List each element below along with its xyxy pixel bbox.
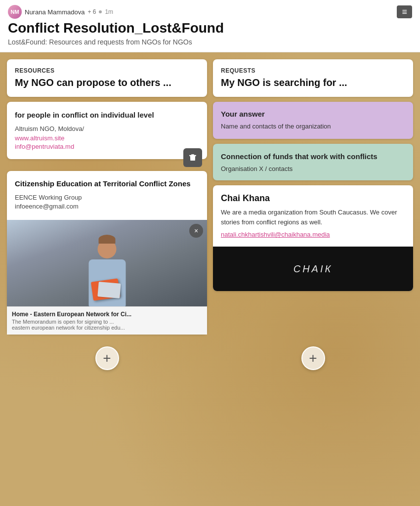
person-silhouette <box>88 240 126 306</box>
chai-card: Chai Khana We are a media organization f… <box>213 185 413 291</box>
header-meta: NM Nurana Mammadova + 6 1m ≡ <box>8 5 412 19</box>
conflict-description: for people in conflict on individual lev… <box>15 110 199 120</box>
citizenship-card-body: Citizenship Education at Territorial Con… <box>7 171 207 220</box>
citizenship-card: Citizenship Education at Territorial Con… <box>7 171 207 335</box>
page-subtitle: Lost&Found: Resources and requests from … <box>8 38 412 46</box>
funds-card: Connection of funds that work with confl… <box>213 144 413 181</box>
link-preview: Home - Eastern European Network for Ci..… <box>7 306 207 335</box>
close-icon: × <box>194 227 198 235</box>
link-preview-desc2: eastern european network for citizenship… <box>12 325 202 331</box>
svg-rect-2 <box>191 154 194 155</box>
conflict-org-name: Altruism NGO, Moldova/ <box>15 125 199 132</box>
answer-label: Your answer <box>221 110 405 118</box>
resources-title: My NGO can propose to others ... <box>15 76 199 89</box>
person-torso <box>88 259 126 306</box>
person-hair <box>99 235 116 244</box>
close-image-button[interactable]: × <box>189 224 203 238</box>
add-right-button[interactable]: + <box>301 346 325 370</box>
time-ago: 1m <box>105 8 113 15</box>
add-left-button[interactable]: + <box>95 346 119 370</box>
citizenship-image: × <box>7 220 207 306</box>
right-add-wrapper: + <box>213 346 413 370</box>
page-title: Conflict Resolution_Lost&Found <box>8 21 412 36</box>
requests-title: My NGO is searching for ... <box>221 76 405 89</box>
conflict-link1[interactable]: www.altruism.site <box>15 134 199 142</box>
left-column: RESOURCES My NGO can propose to others .… <box>7 59 207 335</box>
main-content: RESOURCES My NGO can propose to others .… <box>0 52 420 341</box>
conflict-link2[interactable]: info@pentruviata.md <box>15 143 199 150</box>
trash-icon <box>188 153 197 162</box>
chai-card-body: Chai Khana We are a media organization f… <box>213 185 413 247</box>
resources-label: RESOURCES <box>15 67 199 74</box>
plus-count: + 6 <box>87 8 96 15</box>
header: NM Nurana Mammadova + 6 1m ≡ Conflict Re… <box>0 0 420 52</box>
answer-card: Your answer Name and contacts of the org… <box>213 102 413 139</box>
funds-label: Connection of funds that work with confl… <box>221 152 405 162</box>
requests-card: REQUESTS My NGO is searching for ... <box>213 59 413 97</box>
author-name: Nurana Mammadova <box>25 8 84 16</box>
conflict-card: for people in conflict on individual lev… <box>7 102 207 159</box>
requests-label: REQUESTS <box>221 67 405 74</box>
citizenship-description: Citizenship Education at Territorial Con… <box>15 179 199 189</box>
answer-text: Name and contacts of the organization <box>221 122 405 131</box>
avatar: NM <box>8 5 22 19</box>
chai-link[interactable]: natali.chkhartishvili@chaikhana.media <box>221 231 330 238</box>
chai-label: Chai Khana <box>221 193 405 204</box>
resources-card: RESOURCES My NGO can propose to others .… <box>7 59 207 97</box>
right-column: REQUESTS My NGO is searching for ... You… <box>213 59 413 292</box>
chai-text: We are a media organization from South C… <box>221 208 405 227</box>
chai-logo-text: CHАІК <box>294 262 333 275</box>
link-preview-title: Home - Eastern European Network for Ci..… <box>12 311 202 318</box>
chai-logo: CHАІК <box>213 247 413 291</box>
citizenship-org-email: infoeence@gmail.com <box>15 203 199 210</box>
menu-button[interactable]: ≡ <box>397 5 412 18</box>
avatar-initials: NM <box>10 9 19 15</box>
add-buttons-row: + + <box>0 341 420 378</box>
person-head <box>98 240 117 258</box>
delete-button[interactable] <box>183 148 202 167</box>
image-placeholder <box>7 220 207 306</box>
link-preview-desc1: The Memorandum is open for signing to ..… <box>12 319 202 325</box>
citizenship-org-name: EENCE Working Group <box>15 194 199 201</box>
left-add-wrapper: + <box>7 346 207 370</box>
status-dot <box>99 10 102 13</box>
funds-text: Organisation X / contacts <box>221 165 405 172</box>
svg-rect-3 <box>189 155 196 156</box>
person-figure <box>88 240 126 306</box>
person-book-white <box>97 282 121 298</box>
